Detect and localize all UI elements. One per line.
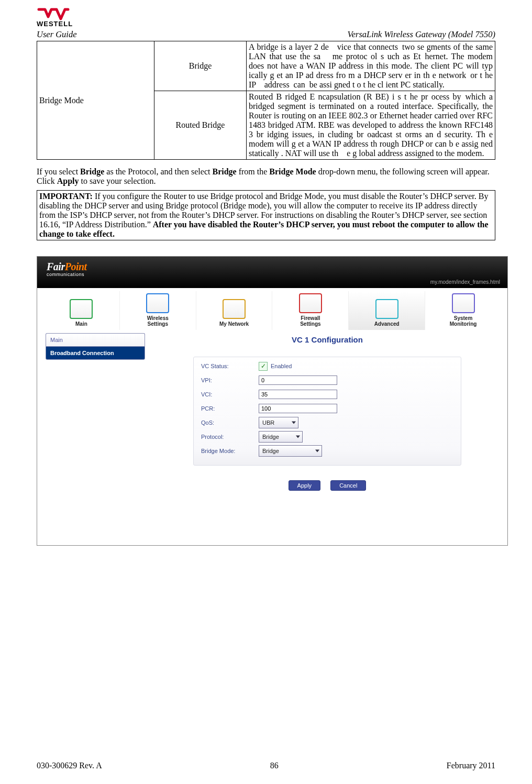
sidebar: Main Broadband Connection bbox=[46, 333, 145, 491]
tab-main[interactable]: Main bbox=[43, 291, 120, 330]
pcr-label: PCR: bbox=[201, 405, 259, 412]
panel-title: VC 1 Configuration bbox=[156, 335, 499, 344]
vcstatus-checkbox[interactable]: ✓ bbox=[259, 362, 268, 371]
tab-wireless[interactable]: Wireless Settings bbox=[120, 291, 196, 330]
qos-label: QoS: bbox=[201, 419, 259, 426]
sidebar-item-main[interactable]: Main bbox=[46, 333, 145, 346]
network-icon bbox=[223, 299, 246, 319]
important-label: IMPORTANT: bbox=[39, 192, 93, 201]
important-note: IMPORTANT: If you configure the Router t… bbox=[37, 190, 495, 240]
mode-desc-routed: Routed B ridged E ncapsulation (R BE) i … bbox=[247, 91, 495, 160]
monitoring-icon bbox=[452, 293, 475, 313]
vcstatus-text: Enabled bbox=[271, 363, 292, 369]
advanced-icon bbox=[375, 299, 398, 319]
vci-label: VCI: bbox=[201, 391, 259, 397]
vcstatus-label: VC Status: bbox=[201, 363, 259, 369]
footer-left: 030-300629 Rev. A bbox=[37, 761, 102, 770]
page-footer: 030-300629 Rev. A 86 February 2011 bbox=[37, 761, 495, 770]
instruction-paragraph: If you select Bridge as the Protocol, an… bbox=[37, 167, 495, 186]
page-header: User Guide VersaLink Wireless Gateway (M… bbox=[37, 29, 495, 40]
protocol-select[interactable]: Bridge bbox=[259, 431, 303, 443]
qos-select[interactable]: UBR bbox=[259, 417, 298, 428]
tab-monitoring[interactable]: System Monitoring bbox=[425, 291, 501, 330]
sidebar-item-broadband[interactable]: Broadband Connection bbox=[46, 346, 145, 360]
svg-text:WESTELL: WESTELL bbox=[37, 20, 73, 28]
mode-name-bridge: Bridge bbox=[154, 41, 247, 91]
mode-name-routed: Routed Bridge bbox=[154, 91, 247, 160]
mode-desc-bridge: A bridge is a layer 2 de vice that conne… bbox=[247, 41, 495, 91]
cancel-button[interactable]: Cancel bbox=[330, 480, 366, 491]
main-icon bbox=[70, 299, 93, 319]
header-left: User Guide bbox=[37, 29, 77, 40]
bridge-mode-table: Bridge Mode Bridge A bridge is a layer 2… bbox=[37, 41, 495, 160]
tab-advanced[interactable]: Advanced bbox=[349, 291, 425, 330]
vpi-label: VPI: bbox=[201, 377, 259, 383]
tab-firewall[interactable]: Firewall Settings bbox=[272, 291, 349, 330]
westell-logo: WESTELL bbox=[37, 7, 495, 28]
vpi-input[interactable] bbox=[259, 376, 337, 385]
apply-button[interactable]: Apply bbox=[289, 480, 321, 491]
footer-right: February 2011 bbox=[447, 761, 495, 770]
bmode-select[interactable]: Bridge bbox=[259, 445, 322, 457]
vci-input[interactable] bbox=[259, 390, 337, 399]
protocol-label: Protocol: bbox=[201, 434, 259, 440]
header-right: VersaLink Wireless Gateway (Model 7550) bbox=[347, 29, 495, 40]
footer-center: 86 bbox=[270, 761, 279, 770]
vc-form: VC Status: ✓ Enabled VPI: VCI: PCR: bbox=[193, 357, 461, 466]
wireless-icon bbox=[146, 293, 169, 313]
router-ui-screenshot: FairPoint communications my.modem/index_… bbox=[37, 256, 508, 546]
tab-mynetwork[interactable]: My Network bbox=[196, 291, 273, 330]
pcr-input[interactable] bbox=[259, 404, 337, 413]
main-panel: VC 1 Configuration VC Status: ✓ Enabled … bbox=[156, 333, 499, 491]
group-cell: Bridge Mode bbox=[37, 41, 154, 160]
router-header-bar: FairPoint communications my.modem/index_… bbox=[37, 257, 507, 288]
router-url: my.modem/index_frames.html bbox=[430, 279, 500, 285]
fairpoint-logo: FairPoint communications bbox=[47, 261, 87, 277]
document-page: WESTELL User Guide VersaLink Wireless Ga… bbox=[0, 0, 532, 784]
top-nav-tabs: Main Wireless Settings My Network Firewa… bbox=[37, 288, 507, 330]
bmode-label: Bridge Mode: bbox=[201, 448, 259, 454]
firewall-icon bbox=[299, 293, 322, 313]
